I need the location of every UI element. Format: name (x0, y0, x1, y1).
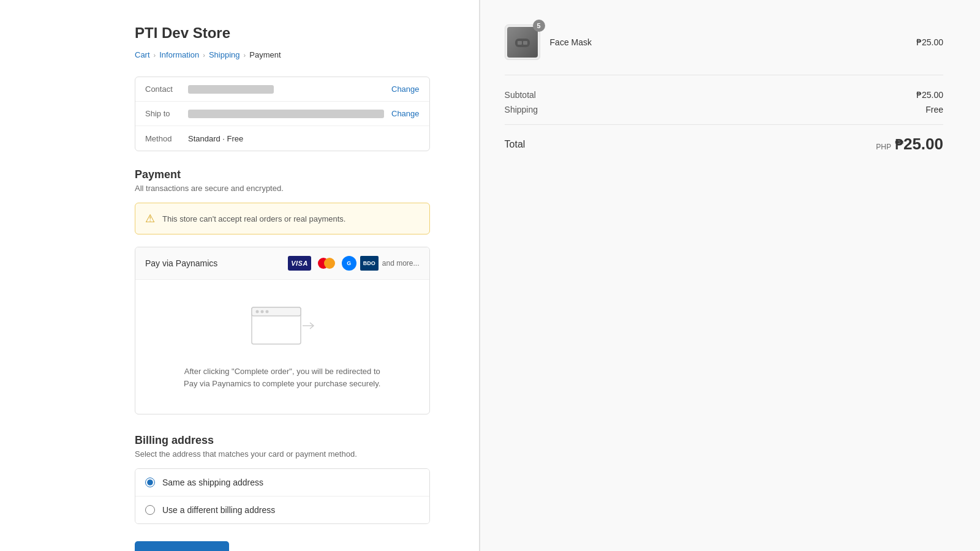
payment-subtitle: All transactions are secure and encrypte… (135, 184, 430, 193)
breadcrumb-cart[interactable]: Cart (135, 50, 150, 59)
shipping-label: Shipping (505, 105, 538, 114)
svg-rect-8 (523, 41, 527, 45)
payment-title: Payment (135, 168, 430, 181)
mc-circle-right (324, 258, 335, 269)
warning-box: ⚠ This store can't accept real orders or… (135, 203, 430, 234)
billing-radio-different[interactable] (145, 505, 155, 515)
billing-section: Billing address Select the address that … (135, 434, 430, 524)
separator-2: › (203, 51, 205, 59)
method-row: Method Standard · Free (135, 126, 429, 151)
method-label: Method (145, 134, 188, 143)
svg-rect-1 (252, 307, 301, 316)
separator-1: › (154, 51, 156, 59)
and-more-text: and more... (382, 259, 420, 268)
billing-subtitle: Select the address that matches your car… (135, 449, 430, 459)
svg-point-4 (265, 310, 268, 313)
billing-option-same[interactable]: Same as shipping address (135, 469, 429, 497)
subtotal-label: Subtotal (505, 90, 536, 100)
payment-logos: VISA G BDO and more... (288, 256, 419, 271)
total-row: Total PHP ₱25.00 (505, 124, 943, 154)
warning-icon: ⚠ (145, 212, 155, 225)
payment-redirect-text: After clicking "Complete order", you wil… (178, 365, 386, 389)
breadcrumb-payment: Payment (249, 50, 281, 59)
checkout-left-panel: PTI Dev Store Cart › Information › Shipp… (0, 0, 480, 551)
breadcrumb: Cart › Information › Shipping › Payment (135, 50, 430, 59)
bdo-logo: BDO (360, 256, 379, 271)
svg-rect-6 (515, 39, 530, 47)
shipping-value: Free (925, 105, 943, 114)
total-label: Total (505, 139, 526, 150)
browser-illustration (249, 304, 316, 353)
contact-label: Contact (145, 84, 188, 94)
method-value: Standard · Free (188, 133, 420, 143)
ship-to-row: Ship to Change (135, 102, 429, 126)
svg-point-3 (260, 310, 263, 313)
quantity-badge: 5 (533, 20, 545, 32)
visa-logo: VISA (288, 256, 311, 271)
provider-title: Pay via Paynamics (145, 258, 217, 268)
order-summary-panel: 5 Face Mask ₱25.00 Subtotal ₱25.00 Shipp… (480, 0, 980, 551)
ship-to-value (188, 110, 384, 118)
billing-same-label: Same as shipping address (162, 478, 263, 487)
shipping-row: Shipping Free (505, 105, 943, 114)
breadcrumb-information[interactable]: Information (159, 50, 199, 59)
contact-row: Contact Change (135, 77, 429, 102)
store-title: PTI Dev Store (135, 24, 430, 42)
svg-rect-7 (518, 41, 522, 45)
warning-text: This store can't accept real orders or r… (162, 214, 345, 223)
mastercard-logo (315, 256, 338, 271)
subtotal-value: ₱25.00 (916, 90, 943, 100)
svg-point-2 (255, 310, 258, 313)
billing-different-label: Use a different billing address (162, 505, 275, 515)
ship-to-label: Ship to (145, 109, 188, 118)
product-name: Face Mask (550, 37, 916, 47)
method-text: Standard · Free (188, 134, 243, 143)
complete-order-button[interactable]: Complete order (135, 541, 229, 551)
ship-to-placeholder (188, 110, 384, 118)
action-row: Complete order Return to shipping (135, 541, 430, 551)
payment-content: After clicking "Complete order", you wil… (135, 280, 429, 414)
total-amount: ₱25.00 (895, 135, 943, 154)
payment-section: Payment All transactions are secure and … (135, 168, 430, 414)
contact-value (188, 85, 384, 94)
contact-change-link[interactable]: Change (391, 84, 420, 94)
breadcrumb-shipping[interactable]: Shipping (209, 50, 240, 59)
total-currency: PHP (876, 143, 891, 151)
total-amount-value: 25.00 (903, 135, 943, 153)
product-image-wrapper: 5 (505, 24, 540, 60)
order-item: 5 Face Mask ₱25.00 (505, 24, 943, 75)
payment-header: Pay via Paynamics VISA G BDO and (135, 247, 429, 280)
product-price: ₱25.00 (916, 37, 943, 47)
product-image-inner (507, 27, 538, 58)
separator-3: › (244, 51, 246, 59)
payment-method-box: Pay via Paynamics VISA G BDO and (135, 247, 430, 414)
billing-options: Same as shipping address Use a different… (135, 468, 430, 524)
total-right: PHP ₱25.00 (876, 135, 943, 154)
ship-to-change-link[interactable]: Change (391, 109, 420, 118)
gcash-logo: G (342, 256, 356, 271)
order-info-box: Contact Change Ship to Change Method Sta… (135, 77, 430, 151)
billing-option-different[interactable]: Use a different billing address (135, 497, 429, 523)
billing-title: Billing address (135, 434, 430, 447)
subtotal-row: Subtotal ₱25.00 (505, 90, 943, 100)
contact-placeholder (188, 85, 274, 94)
peso-sign: ₱ (895, 137, 903, 152)
billing-radio-same[interactable] (145, 478, 155, 487)
